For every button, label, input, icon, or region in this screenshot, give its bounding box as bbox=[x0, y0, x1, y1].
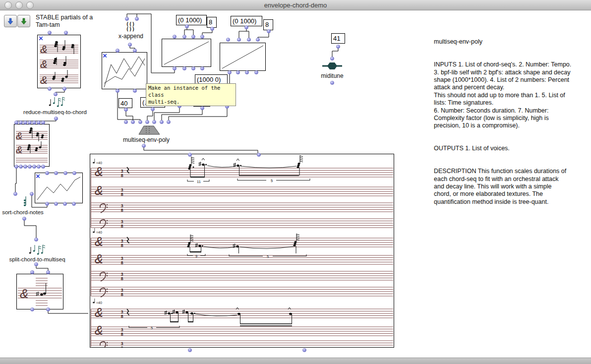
doc-panel: multiseq-env-poly INPUTS 1. List of chor… bbox=[434, 31, 589, 221]
port[interactable] bbox=[188, 348, 191, 352]
port[interactable] bbox=[256, 38, 259, 41]
titlebar: envelope-chord-demo bbox=[0, 0, 591, 10]
port[interactable] bbox=[142, 144, 145, 147]
treble-clef: & bbox=[95, 252, 103, 266]
x-append-label[interactable]: x-append bbox=[113, 33, 149, 40]
bpf-curves bbox=[102, 53, 147, 89]
timesig-denominator: 8 bbox=[121, 192, 123, 197]
patch-cable bbox=[154, 107, 179, 121]
timesig-denominator: 8 bbox=[121, 314, 123, 319]
tooltip: Make an instance of the class multi-seq. bbox=[146, 83, 236, 106]
port[interactable] bbox=[167, 120, 170, 123]
list-box-range-b[interactable]: (0 1000) bbox=[231, 16, 262, 26]
sort-chord-icon[interactable] bbox=[21, 195, 29, 208]
port[interactable] bbox=[131, 120, 134, 123]
chordseq-box-reduced[interactable]: && bbox=[14, 124, 50, 167]
port[interactable] bbox=[226, 38, 230, 41]
port[interactable] bbox=[138, 120, 142, 123]
lock-x-icon[interactable]: ✕ bbox=[35, 173, 42, 180]
port[interactable] bbox=[54, 92, 57, 96]
timesig-denominator: 8 bbox=[121, 208, 123, 213]
tuplet-number: 5 bbox=[151, 326, 153, 330]
port[interactable] bbox=[34, 262, 38, 266]
tuplet-number: 5 bbox=[267, 254, 269, 259]
port[interactable] bbox=[125, 17, 128, 20]
env-poly-trapezoid-icon[interactable] bbox=[137, 124, 162, 135]
port[interactable] bbox=[200, 35, 204, 38]
doc-inputs: INPUTS 1. List of chord-seq's. 2. Number… bbox=[434, 61, 589, 130]
svg-text:&: & bbox=[16, 144, 22, 155]
port[interactable] bbox=[336, 45, 340, 48]
multiseq-box-source[interactable]: &&& bbox=[37, 35, 81, 88]
port[interactable] bbox=[48, 31, 51, 34]
number-box-8b[interactable]: 8 bbox=[263, 19, 273, 30]
tempo-note-icon bbox=[93, 232, 95, 233]
list-box-range-a[interactable]: (0 1000) bbox=[176, 15, 207, 25]
port[interactable] bbox=[22, 217, 26, 220]
poly-score-editor[interactable]: &38&383838&38&383838&38&3838=40=40=40 11… bbox=[90, 154, 394, 348]
port[interactable] bbox=[128, 43, 131, 46]
svg-text:&: & bbox=[20, 286, 28, 301]
port[interactable] bbox=[200, 106, 204, 110]
timesig-denominator: 8 bbox=[121, 260, 123, 265]
export-button[interactable] bbox=[17, 15, 30, 27]
port[interactable] bbox=[145, 120, 149, 123]
reduce-label[interactable]: reduce-multiseq-to-chord bbox=[18, 109, 92, 115]
treble-clef: & bbox=[95, 323, 103, 337]
port[interactable] bbox=[302, 348, 306, 352]
tempo-marking: =40 bbox=[96, 161, 102, 165]
timesig-denominator: 8 bbox=[121, 243, 123, 248]
mini-score: &&& bbox=[38, 35, 80, 88]
port[interactable] bbox=[34, 238, 38, 241]
port[interactable] bbox=[247, 38, 250, 41]
port[interactable] bbox=[124, 120, 127, 123]
patch-cable bbox=[332, 48, 338, 57]
lock-x-icon[interactable]: ✕ bbox=[102, 53, 109, 59]
port[interactable] bbox=[160, 120, 163, 123]
window-bottom-edge bbox=[0, 358, 591, 364]
port[interactable] bbox=[173, 35, 176, 38]
port[interactable] bbox=[30, 192, 33, 195]
number-box-8a[interactable]: 8 bbox=[207, 17, 217, 28]
svg-text:&: & bbox=[40, 74, 48, 86]
bpf-box-attack[interactable] bbox=[162, 39, 211, 67]
reduce-notes-icon[interactable] bbox=[49, 95, 65, 108]
treble-clef: & bbox=[95, 165, 103, 179]
import-button[interactable] bbox=[4, 15, 17, 27]
port[interactable] bbox=[182, 35, 186, 38]
chord-box[interactable]: & bbox=[16, 274, 63, 309]
timesig-denominator: 8 bbox=[121, 292, 123, 297]
x-append-icon[interactable]: (() ()) bbox=[122, 22, 139, 32]
port[interactable] bbox=[13, 192, 17, 195]
patch-cable bbox=[15, 167, 16, 193]
port[interactable] bbox=[237, 38, 240, 41]
treble-clef: & bbox=[95, 235, 103, 248]
number-box-tempo[interactable]: 40 bbox=[118, 98, 132, 108]
env-poly-label[interactable]: multiseq-env-poly bbox=[114, 136, 178, 143]
split-label[interactable]: split-chord-to-multiseq bbox=[7, 256, 67, 262]
miditune-icon[interactable] bbox=[322, 61, 342, 70]
sort-label[interactable]: sort-chord-notes bbox=[0, 209, 46, 215]
port[interactable] bbox=[330, 81, 334, 84]
port[interactable] bbox=[330, 57, 334, 60]
bpf-box-decay[interactable] bbox=[220, 43, 266, 71]
bpf-curve bbox=[35, 173, 82, 203]
bpf-curve bbox=[162, 39, 211, 66]
port[interactable] bbox=[152, 120, 156, 123]
port[interactable] bbox=[64, 31, 67, 34]
bpf-curve bbox=[220, 43, 265, 70]
timesig-denominator: 8 bbox=[121, 346, 123, 348]
miditune-label[interactable]: miditune bbox=[319, 72, 345, 79]
port[interactable] bbox=[124, 108, 127, 111]
patch-cable bbox=[169, 108, 227, 121]
port[interactable] bbox=[54, 117, 58, 120]
patch-cable bbox=[144, 147, 258, 154]
split-notes-icon[interactable] bbox=[29, 243, 46, 256]
port[interactable] bbox=[135, 17, 138, 20]
lock-x-icon[interactable]: ✕ bbox=[38, 35, 45, 42]
number-box-tune[interactable]: 41 bbox=[331, 33, 345, 44]
port[interactable] bbox=[151, 107, 154, 111]
port[interactable] bbox=[191, 35, 195, 38]
bpf-box-contour[interactable] bbox=[35, 173, 83, 203]
score-view: &38&383838&38&383838&38&3838=40=40=40 11… bbox=[90, 154, 394, 347]
